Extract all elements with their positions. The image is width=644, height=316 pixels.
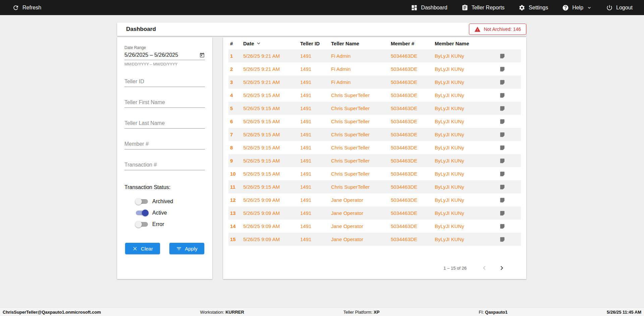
cell-teller-name: Fi Admin [331, 66, 391, 72]
note-icon[interactable] [499, 132, 505, 138]
cell-teller-name: Chris SuperTeller [331, 92, 391, 98]
table-row[interactable]: 15/26/25 9:21 AM1491Fi Admin5034463DEByL… [228, 49, 521, 62]
note-icon[interactable] [499, 184, 505, 190]
next-page-button[interactable] [497, 264, 506, 272]
cell-teller-id: 1491 [300, 197, 331, 203]
table-row[interactable]: 115/26/25 9:15 AM1491Chris SuperTeller50… [228, 180, 521, 193]
toggle-label: Archived [152, 198, 173, 205]
toggle-switch[interactable] [136, 199, 148, 204]
note-cell [493, 132, 521, 138]
nav-logout[interactable]: Logout [606, 4, 633, 11]
table-row[interactable]: 45/26/25 9:15 AM1491Chris SuperTeller503… [228, 89, 521, 102]
column-header-num[interactable]: # [228, 41, 243, 46]
note-icon[interactable] [499, 145, 505, 151]
toggle-error[interactable]: Error [136, 219, 205, 230]
cell-num: 2 [228, 66, 243, 72]
table-row[interactable]: 145/26/25 9:09 AM1491Jane Operator503446… [228, 220, 521, 233]
table-row[interactable]: 75/26/25 9:15 AM1491Chris SuperTeller503… [228, 128, 521, 141]
nav-logout-label: Logout [616, 5, 633, 11]
cell-date: 5/26/25 9:15 AM [243, 184, 300, 190]
apply-button-label: Apply [185, 246, 198, 252]
table-row[interactable]: 35/26/25 9:21 AM1491Fi Admin5034463DEByL… [228, 76, 521, 89]
note-icon[interactable] [499, 92, 505, 98]
note-icon[interactable] [499, 119, 505, 125]
apply-button[interactable]: Apply [169, 243, 204, 254]
note-icon[interactable] [499, 53, 505, 59]
cell-num: 8 [228, 145, 243, 150]
cell-num: 6 [228, 119, 243, 124]
note-icon[interactable] [499, 197, 505, 203]
note-cell [493, 66, 521, 72]
nav-settings[interactable]: Settings [519, 4, 548, 11]
date-range-input[interactable] [124, 52, 199, 58]
cell-member-num: 5034463DE [391, 66, 435, 72]
table-row[interactable]: 95/26/25 9:15 AM1491Chris SuperTeller503… [228, 154, 521, 167]
not-archived-badge[interactable]: Not Archived: 146 [469, 24, 526, 35]
note-icon[interactable] [499, 158, 505, 164]
note-icon[interactable] [499, 236, 505, 242]
clear-button[interactable]: Clear [125, 243, 160, 254]
table-row[interactable]: 125/26/25 9:09 AM1491Jane Operator503446… [228, 193, 521, 207]
table-row[interactable]: 85/26/25 9:15 AM1491Chris SuperTeller503… [228, 141, 521, 154]
column-header-date[interactable]: Date [243, 40, 300, 46]
nav-settings-label: Settings [529, 5, 548, 11]
column-header-member-num[interactable]: Member # [391, 41, 435, 46]
table-row[interactable]: 65/26/25 9:15 AM1491Chris SuperTeller503… [228, 115, 521, 128]
column-header-member-name[interactable]: Member Name [435, 41, 493, 46]
cell-member-name: ByLyJI KUNy [435, 223, 493, 229]
toggle-switch[interactable] [136, 222, 148, 227]
nav-teller-reports[interactable]: Teller Reports [462, 4, 505, 11]
toggle-switch[interactable] [136, 211, 148, 215]
cell-date: 5/26/25 9:15 AM [243, 145, 300, 150]
refresh-icon [12, 4, 19, 11]
table-row[interactable]: 55/26/25 9:15 AM1491Chris SuperTeller503… [228, 102, 521, 115]
chevron-left-icon [480, 264, 488, 272]
warning-icon [474, 26, 481, 33]
nav-help[interactable]: Help [562, 4, 592, 11]
toggle-active[interactable]: Active [136, 207, 205, 219]
chevron-right-icon [498, 264, 506, 272]
cell-member-name: ByLyJI KUNy [435, 236, 493, 242]
cell-date: 5/26/25 9:21 AM [243, 79, 300, 85]
calendar-icon[interactable] [199, 52, 205, 58]
teller-first-name-input[interactable] [124, 97, 205, 108]
table-row[interactable]: 155/26/25 9:09 AM1491Jane Operator503446… [228, 233, 521, 246]
status-user: ChrisSuperTeller@Qaxpauto1.onmicrosoft.c… [3, 310, 101, 315]
note-cell [493, 197, 521, 203]
note-icon[interactable] [499, 171, 505, 177]
cell-member-num: 5034463DE [391, 171, 435, 177]
status-fi: FI: Qaxpauto1 [479, 310, 507, 315]
refresh-button[interactable]: Refresh [12, 4, 41, 11]
previous-page-button[interactable] [480, 264, 489, 272]
teller-last-name-input[interactable] [124, 118, 205, 129]
note-icon[interactable] [499, 223, 505, 229]
teller-id-input[interactable] [124, 77, 205, 87]
table-row[interactable]: 25/26/25 9:21 AM1491Fi Admin5034463DEByL… [228, 62, 521, 76]
note-cell [493, 92, 521, 98]
cell-teller-name: Chris SuperTeller [331, 132, 391, 137]
member-number-input[interactable] [124, 139, 205, 149]
table-body: 15/26/25 9:21 AM1491Fi Admin5034463DEByL… [228, 49, 521, 246]
column-header-teller-id[interactable]: Teller ID [300, 41, 331, 46]
cell-member-name: ByLyJI KUNy [435, 105, 493, 111]
table-row[interactable]: 105/26/25 9:15 AM1491Chris SuperTeller50… [228, 167, 521, 180]
transaction-number-input[interactable] [124, 160, 205, 170]
column-header-teller-name[interactable]: Teller Name [331, 41, 391, 46]
cell-member-name: ByLyJI KUNy [435, 92, 493, 98]
toggle-archived[interactable]: Archived [136, 196, 205, 207]
table-row[interactable]: 135/26/25 9:09 AM1491Jane Operator503446… [228, 207, 521, 220]
note-icon[interactable] [499, 105, 505, 111]
cell-date: 5/26/25 9:09 AM [243, 236, 300, 242]
clear-button-label: Clear [141, 246, 153, 252]
note-icon[interactable] [499, 66, 505, 72]
nav-help-label: Help [572, 5, 583, 11]
note-icon[interactable] [499, 210, 505, 216]
note-icon[interactable] [499, 79, 505, 85]
cell-num: 5 [228, 105, 243, 111]
toggle-knob [135, 198, 142, 205]
cell-teller-id: 1491 [300, 92, 331, 98]
transactions-table: # Date Teller ID Teller Name Member # Me… [223, 37, 526, 279]
nav-dashboard[interactable]: Dashboard [411, 4, 447, 11]
cell-member-name: ByLyJI KUNy [435, 119, 493, 124]
note-cell [493, 119, 521, 125]
